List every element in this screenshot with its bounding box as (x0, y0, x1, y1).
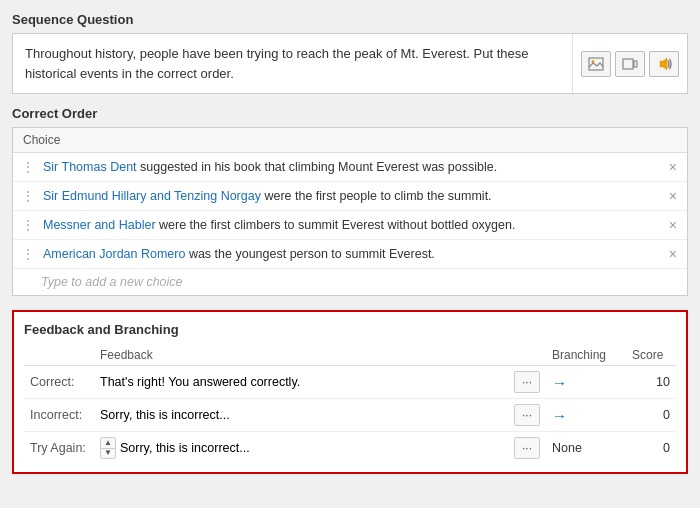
th-feedback: Feedback (94, 345, 546, 366)
fb-correct-score: 10 (626, 366, 676, 399)
svg-marker-6 (660, 58, 667, 70)
spinner-up-icon[interactable]: ▲ (101, 438, 115, 449)
fb-incorrect-label: Incorrect: (24, 399, 94, 432)
svg-rect-3 (634, 61, 637, 67)
add-choice-input[interactable]: Type to add a new choice (13, 269, 687, 295)
row-text-1: Sir Thomas Dent suggested in his book th… (43, 160, 663, 174)
remove-btn-1[interactable]: × (667, 159, 679, 175)
fb-incorrect-feedback-cell: Sorry, this is incorrect... ··· (94, 399, 546, 432)
sq-icons-panel (572, 34, 687, 93)
fb-correct-arrow[interactable]: → (552, 374, 567, 391)
drag-handle[interactable]: ⋮ (17, 159, 39, 175)
table-row: ⋮ Sir Thomas Dent suggested in his book … (13, 153, 687, 182)
fb-tryagain-row: Try Again: ▲ ▼ Sorry, this is incorrect.… (24, 432, 676, 465)
spinner-down-icon[interactable]: ▼ (101, 449, 115, 459)
sequence-question-text: Throughout history, people have been try… (13, 34, 572, 93)
drag-handle[interactable]: ⋮ (17, 246, 39, 262)
media-icon (622, 57, 638, 71)
fb-incorrect-branching: → (546, 399, 626, 432)
th-branching: Branching (546, 345, 626, 366)
fb-incorrect-feedback-text: Sorry, this is incorrect... (100, 408, 510, 422)
fb-table: Feedback Branching Score Correct: That's… (24, 345, 676, 464)
fb-tryagain-score: 0 (626, 432, 676, 465)
co-column-header: Choice (13, 128, 687, 153)
fb-tryagain-dots-btn[interactable]: ··· (514, 437, 540, 459)
fb-header-row: Feedback Branching Score (24, 345, 676, 366)
svg-rect-2 (623, 59, 633, 69)
table-row: ⋮ Messner and Habler were the first clim… (13, 211, 687, 240)
fb-incorrect-score: 0 (626, 399, 676, 432)
fb-title: Feedback and Branching (24, 322, 676, 337)
remove-btn-4[interactable]: × (667, 246, 679, 262)
sequence-question-label: Sequence Question (12, 12, 688, 27)
fb-correct-feedback-text: That's right! You answered correctly. (100, 375, 510, 389)
fb-correct-label: Correct: (24, 366, 94, 399)
audio-icon-btn[interactable] (649, 51, 679, 77)
fb-correct-feedback-cell: That's right! You answered correctly. ··… (94, 366, 546, 399)
th-empty (24, 345, 94, 366)
row-text-2: Sir Edmund Hillary and Tenzing Norgay we… (43, 189, 663, 203)
table-row: ⋮ American Jordan Romero was the younges… (13, 240, 687, 269)
fb-correct-row: Correct: That's right! You answered corr… (24, 366, 676, 399)
remove-btn-2[interactable]: × (667, 188, 679, 204)
th-score: Score (626, 345, 676, 366)
fb-correct-dots-btn[interactable]: ··· (514, 371, 540, 393)
fb-incorrect-row: Incorrect: Sorry, this is incorrect... ·… (24, 399, 676, 432)
feedback-branching-section: Feedback and Branching Feedback Branchin… (12, 310, 688, 474)
fb-tryagain-feedback-cell: ▲ ▼ Sorry, this is incorrect... ··· (94, 432, 546, 465)
image-icon (588, 57, 604, 71)
audio-icon (656, 57, 672, 71)
row-text-4: American Jordan Romero was the youngest … (43, 247, 663, 261)
sq-icon-row (581, 51, 679, 77)
drag-handle[interactable]: ⋮ (17, 217, 39, 233)
fb-tryagain-branching: None (546, 432, 626, 465)
fb-correct-branching: → (546, 366, 626, 399)
fb-tryagain-feedback-text: Sorry, this is incorrect... (120, 441, 510, 455)
media-icon-btn[interactable] (615, 51, 645, 77)
drag-handle[interactable]: ⋮ (17, 188, 39, 204)
row-text-3: Messner and Habler were the first climbe… (43, 218, 663, 232)
fb-tryagain-label: Try Again: (24, 432, 94, 465)
try-again-spinner[interactable]: ▲ ▼ (100, 437, 116, 459)
fb-incorrect-dots-btn[interactable]: ··· (514, 404, 540, 426)
table-row: ⋮ Sir Edmund Hillary and Tenzing Norgay … (13, 182, 687, 211)
sequence-question-box: Throughout history, people have been try… (12, 33, 688, 94)
correct-order-box: Choice ⋮ Sir Thomas Dent suggested in hi… (12, 127, 688, 296)
fb-incorrect-arrow[interactable]: → (552, 407, 567, 424)
correct-order-label: Correct Order (12, 106, 688, 121)
image-icon-btn[interactable] (581, 51, 611, 77)
remove-btn-3[interactable]: × (667, 217, 679, 233)
